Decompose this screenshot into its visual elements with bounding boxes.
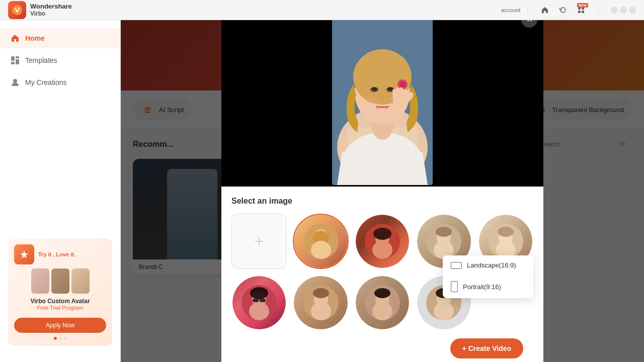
promo-dots [14, 337, 106, 340]
image-item-5[interactable] [231, 275, 287, 330]
avatar-circle-5 [232, 276, 286, 329]
promo-avatar-1 [31, 268, 49, 294]
svg-point-40 [372, 241, 392, 259]
titlebar-separator-2 [598, 6, 599, 14]
portrait-option[interactable]: Portrait(9:16) [443, 275, 533, 298]
grid-icon[interactable]: NEW [576, 5, 586, 15]
home-titlebar-icon[interactable] [540, 5, 550, 15]
landscape-option[interactable]: Landscape(16:9) [443, 255, 533, 275]
avatar-circle-6 [294, 276, 347, 329]
create-btn-row: + Create Video [231, 330, 533, 362]
home-icon [10, 33, 20, 43]
sidebar-templates-label: Templates [25, 56, 57, 64]
add-image-button[interactable] [231, 214, 287, 269]
sidebar-item-home[interactable]: Home [0, 28, 120, 48]
svg-point-28 [365, 97, 375, 103]
svg-point-10 [13, 79, 17, 83]
svg-point-27 [388, 87, 392, 90]
modal-close-button[interactable]: ✕ [521, 20, 537, 28]
templates-icon [10, 55, 20, 65]
sidebar-item-templates[interactable]: Templates [0, 50, 120, 70]
add-icon [253, 235, 265, 247]
promo-top: Try it , Love it. [14, 244, 106, 264]
account-icon[interactable]: account [505, 5, 515, 15]
title-bar-left: Wondershare Virbo [8, 1, 72, 19]
svg-point-26 [372, 87, 376, 90]
promo-avatars [14, 268, 106, 294]
app-brand: Wondershare [30, 3, 72, 10]
promo-try-label: Try it , Love it. [38, 251, 75, 257]
promo-icon [14, 244, 34, 264]
portrait-svg [332, 20, 433, 185]
portrait-label: Portrait(9:16) [463, 283, 501, 291]
svg-rect-54 [253, 299, 259, 302]
image-item-6[interactable] [293, 275, 348, 330]
app-name-block: Wondershare Virbo [30, 3, 72, 17]
svg-point-37 [311, 241, 331, 259]
account-label: account [501, 7, 521, 13]
avatar-svg-6 [303, 285, 339, 320]
sidebar: Home Templates My Creations [0, 20, 121, 362]
promo-text-block: Try it , Love it. [38, 251, 75, 257]
svg-rect-8 [11, 62, 15, 64]
svg-rect-4 [578, 11, 581, 13]
svg-point-67 [434, 302, 454, 320]
image-selector: Select an image [221, 187, 543, 362]
svg-point-64 [374, 288, 390, 298]
svg-point-59 [311, 302, 331, 320]
promo-avatar-2 [51, 268, 69, 294]
refresh-icon[interactable] [558, 5, 568, 15]
title-bar-right: account NEW — □ ✕ [505, 5, 636, 15]
promo-avatar-3 [71, 268, 90, 294]
main-layout: Home Templates My Creations [0, 20, 644, 362]
svg-rect-5 [582, 11, 584, 13]
svg-rect-33 [255, 241, 263, 242]
apply-now-button[interactable]: Apply Now [14, 318, 106, 333]
image-item-7[interactable] [355, 275, 410, 330]
sidebar-nav: Home Templates My Creations [0, 28, 120, 93]
landscape-label: Landscape(16:9) [467, 261, 516, 269]
create-video-button[interactable]: + Create Video [450, 338, 523, 358]
app-logo [8, 1, 26, 19]
avatar-svg-7 [365, 285, 400, 320]
dot-3 [64, 337, 67, 340]
svg-point-0 [12, 5, 22, 15]
window-controls: — □ ✕ [611, 7, 636, 14]
avatar-svg-3 [426, 224, 461, 259]
svg-rect-6 [11, 56, 15, 61]
promo-title: Virbo Custom Avatar [14, 298, 106, 305]
sidebar-item-creations[interactable]: My Creations [0, 72, 120, 93]
creations-icon [10, 77, 20, 87]
dot-2 [59, 337, 62, 340]
svg-point-41 [373, 228, 391, 240]
close-button[interactable]: ✕ [629, 7, 636, 14]
dot-1 [54, 337, 57, 340]
portrait-preview [327, 20, 438, 187]
avatar-svg-4 [488, 224, 523, 259]
avatar-circle-7 [356, 276, 409, 329]
image-item-1[interactable] [293, 214, 348, 269]
avatar-circle-1 [294, 215, 347, 268]
new-badge: NEW [577, 3, 588, 8]
svg-point-53 [250, 287, 268, 299]
svg-point-60 [313, 288, 329, 298]
promo-subtitle: Free Trial Program [14, 305, 106, 311]
sidebar-creations-label: My Creations [25, 78, 66, 86]
select-image-title: Select an image [231, 197, 533, 206]
avatar-circle-2 [356, 215, 409, 268]
svg-point-52 [249, 302, 269, 320]
svg-rect-7 [16, 56, 19, 58]
image-item-2[interactable] [355, 214, 410, 269]
app-window: Wondershare Virbo account NEW — [0, 0, 644, 362]
format-dropdown: Landscape(16:9) Portrait(9:16) [443, 255, 533, 298]
modal-backdrop[interactable]: ✕ [121, 20, 644, 362]
portrait-icon [451, 281, 458, 292]
app-subname: Virbo [30, 10, 72, 17]
titlebar-separator [527, 6, 528, 14]
minimize-button[interactable]: — [611, 7, 618, 14]
svg-point-45 [436, 227, 452, 237]
avatar-svg-2 [365, 224, 400, 259]
title-bar: Wondershare Virbo account NEW — [0, 0, 644, 20]
avatar-svg-5 [242, 285, 277, 320]
maximize-button[interactable]: □ [620, 7, 627, 14]
